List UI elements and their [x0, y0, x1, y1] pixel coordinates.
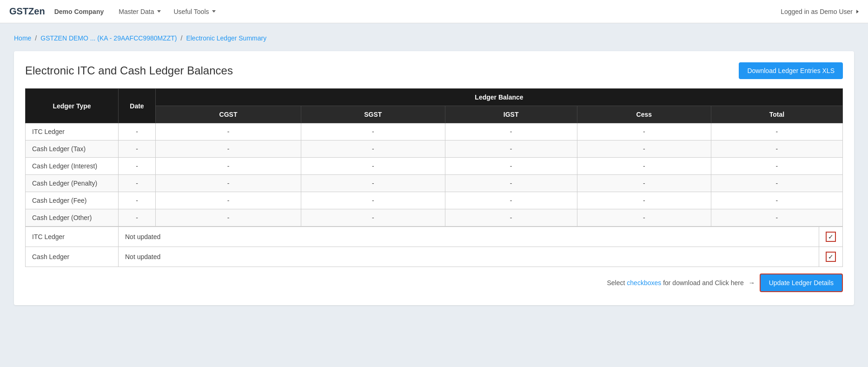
- download-button[interactable]: Download Ledger Entries XLS: [739, 62, 843, 79]
- col-header-sgst: SGST: [301, 106, 445, 123]
- footer-checkboxes-link: checkboxes: [627, 279, 661, 287]
- cell-date: -: [119, 192, 156, 209]
- breadcrumb-sep-1: /: [35, 34, 37, 42]
- cell-total: -: [711, 192, 842, 209]
- cell-ledger-type: Cash Ledger (Other): [26, 209, 119, 227]
- breadcrumb-home[interactable]: Home: [14, 34, 31, 42]
- cell-sgst: -: [301, 123, 445, 140]
- cell-total: -: [711, 175, 842, 192]
- status-label: Cash Ledger: [26, 247, 119, 267]
- col-header-igst: IGST: [445, 106, 577, 123]
- breadcrumb: Home / GSTZEN DEMO ... (KA - 29AAFCC9980…: [14, 34, 854, 42]
- navbar-right: Logged in as Demo User: [781, 8, 859, 15]
- footer-text: Select checkboxes for download and Click…: [607, 279, 744, 287]
- cell-sgst: -: [301, 209, 445, 227]
- cell-ledger-type: Cash Ledger (Fee): [26, 192, 119, 209]
- cell-cgst: -: [156, 192, 301, 209]
- cell-igst: -: [445, 192, 577, 209]
- cell-total: -: [711, 209, 842, 227]
- cell-sgst: -: [301, 158, 445, 175]
- status-label: ITC Ledger: [26, 227, 119, 247]
- cell-total: -: [711, 140, 842, 158]
- cell-date: -: [119, 123, 156, 140]
- col-header-date: Date: [119, 89, 156, 123]
- nav-useful-tools[interactable]: Useful Tools: [168, 5, 221, 18]
- cell-igst: -: [445, 123, 577, 140]
- status-checkbox[interactable]: [826, 232, 836, 242]
- cell-cess: -: [577, 192, 711, 209]
- table-row: Cash Ledger (Interest) - - - - - -: [26, 158, 843, 175]
- main-content: Home / GSTZEN DEMO ... (KA - 29AAFCC9980…: [0, 23, 868, 316]
- col-header-cess: Cess: [577, 106, 711, 123]
- status-checkbox-cell: [819, 247, 843, 267]
- cell-total: -: [711, 158, 842, 175]
- navbar: GSTZen Demo Company Master Data Useful T…: [0, 0, 868, 23]
- cell-ledger-type: ITC Ledger: [26, 123, 119, 140]
- cell-cgst: -: [156, 123, 301, 140]
- cell-sgst: -: [301, 192, 445, 209]
- cell-igst: -: [445, 140, 577, 158]
- table-row: Cash Ledger (Penalty) - - - - - -: [26, 175, 843, 192]
- status-body: ITC Ledger Not updated Cash Ledger Not u…: [26, 227, 843, 267]
- cell-cess: -: [577, 158, 711, 175]
- cell-cgst: -: [156, 175, 301, 192]
- status-row: ITC Ledger Not updated: [26, 227, 843, 247]
- cell-total: -: [711, 123, 842, 140]
- cell-cgst: -: [156, 209, 301, 227]
- breadcrumb-company[interactable]: GSTZEN DEMO ... (KA - 29AAFCC9980MZZT): [40, 34, 177, 42]
- cell-igst: -: [445, 209, 577, 227]
- nav-master-data[interactable]: Master Data: [113, 5, 166, 18]
- table-header-top: Ledger Type Date Ledger Balance: [26, 89, 843, 106]
- status-value: Not updated: [119, 227, 819, 247]
- breadcrumb-sep-2: /: [181, 34, 183, 42]
- breadcrumb-current: Electronic Ledger Summary: [186, 34, 266, 42]
- cell-cess: -: [577, 140, 711, 158]
- cell-cess: -: [577, 175, 711, 192]
- table-row: Cash Ledger (Tax) - - - - - -: [26, 140, 843, 158]
- cell-ledger-type: Cash Ledger (Penalty): [26, 175, 119, 192]
- chevron-down-icon: [212, 10, 216, 13]
- cell-cgst: -: [156, 158, 301, 175]
- nav-menu: Master Data Useful Tools: [113, 5, 221, 18]
- status-row: Cash Ledger Not updated: [26, 247, 843, 267]
- cell-date: -: [119, 175, 156, 192]
- cell-sgst: -: [301, 140, 445, 158]
- col-header-ledger-balance: Ledger Balance: [156, 89, 843, 106]
- ledger-table: Ledger Type Date Ledger Balance CGST SGS…: [25, 88, 843, 227]
- cell-cess: -: [577, 209, 711, 227]
- cell-sgst: -: [301, 175, 445, 192]
- cell-date: -: [119, 209, 156, 227]
- footer-action: Select checkboxes for download and Click…: [25, 267, 843, 294]
- table-row: Cash Ledger (Fee) - - - - - -: [26, 192, 843, 209]
- cell-cgst: -: [156, 140, 301, 158]
- col-header-total: Total: [711, 106, 842, 123]
- status-checkbox-cell: [819, 227, 843, 247]
- cell-ledger-type: Cash Ledger (Interest): [26, 158, 119, 175]
- app-brand: GSTZen: [9, 6, 45, 17]
- cell-cess: -: [577, 123, 711, 140]
- main-card: Electronic ITC and Cash Ledger Balances …: [14, 51, 854, 305]
- chevron-right-icon: [856, 10, 859, 13]
- cell-ledger-type: Cash Ledger (Tax): [26, 140, 119, 158]
- chevron-down-icon: [157, 10, 161, 13]
- cell-date: -: [119, 140, 156, 158]
- cell-igst: -: [445, 158, 577, 175]
- card-header: Electronic ITC and Cash Ledger Balances …: [25, 62, 843, 79]
- status-table: ITC Ledger Not updated Cash Ledger Not u…: [25, 227, 843, 267]
- col-header-cgst: CGST: [156, 106, 301, 123]
- table-body: ITC Ledger - - - - - - Cash Ledger (Tax)…: [26, 123, 843, 227]
- logged-in-text: Logged in as Demo User: [781, 8, 853, 15]
- footer-arrow-icon: →: [749, 279, 755, 287]
- card-title: Electronic ITC and Cash Ledger Balances: [25, 64, 233, 77]
- table-row: Cash Ledger (Other) - - - - - -: [26, 209, 843, 227]
- table-row: ITC Ledger - - - - - -: [26, 123, 843, 140]
- status-checkbox[interactable]: [826, 252, 836, 262]
- cell-date: -: [119, 158, 156, 175]
- status-value: Not updated: [119, 247, 819, 267]
- cell-igst: -: [445, 175, 577, 192]
- update-ledger-button[interactable]: Update Ledger Details: [760, 274, 843, 292]
- col-header-ledger-type: Ledger Type: [26, 89, 119, 123]
- company-name: Demo Company: [54, 8, 104, 15]
